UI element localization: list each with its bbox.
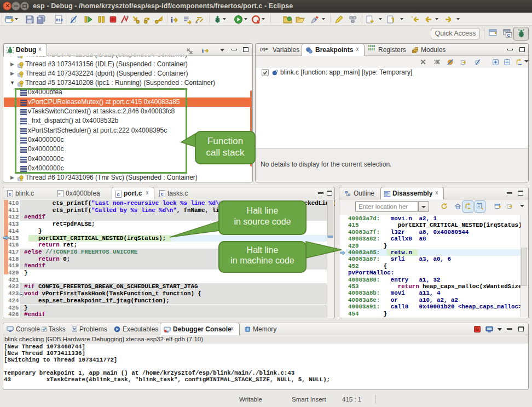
svg-text:c: c: [117, 192, 120, 198]
svg-text:i: i: [171, 16, 173, 24]
svg-text:=: =: [58, 192, 61, 197]
svg-text:c: c: [9, 192, 11, 197]
svg-text:010: 010: [56, 18, 62, 22]
svg-text:i: i: [202, 47, 204, 54]
svg-text:c: c: [161, 192, 164, 197]
svg-text:C: C: [507, 33, 510, 38]
